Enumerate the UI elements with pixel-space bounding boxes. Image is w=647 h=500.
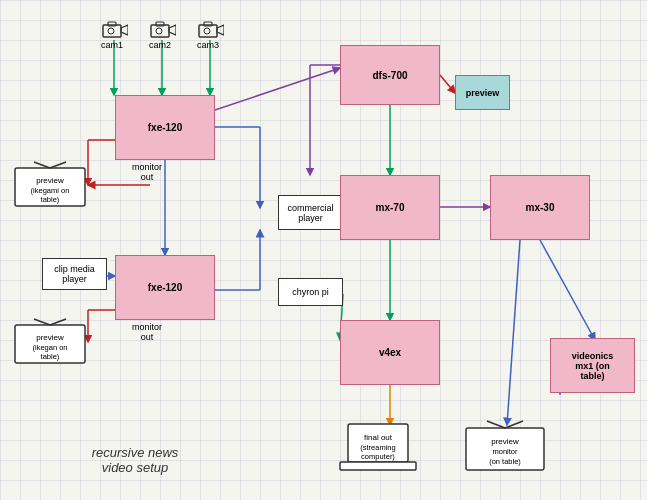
svg-text:final out: final out bbox=[364, 433, 393, 442]
svg-line-41 bbox=[34, 162, 50, 168]
preview-monitor-tv: preview monitor (on table) bbox=[465, 418, 545, 475]
arrows-svg bbox=[0, 0, 647, 500]
svg-rect-28 bbox=[103, 25, 121, 37]
svg-rect-53 bbox=[340, 462, 416, 470]
svg-line-22 bbox=[507, 240, 520, 425]
svg-text:(streaming: (streaming bbox=[360, 443, 395, 452]
svg-marker-30 bbox=[121, 25, 128, 35]
preview-bot-tv: preview (ikegan on table) bbox=[14, 315, 86, 369]
svg-text:(ikegan on: (ikegan on bbox=[32, 343, 67, 352]
mx30-box: mx-30 bbox=[490, 175, 590, 240]
svg-point-39 bbox=[204, 28, 210, 34]
cam3-icon bbox=[196, 18, 224, 40]
v4ex-box: v4ex bbox=[340, 320, 440, 385]
diagram-container: cam1 cam2 cam3 fxe-120 monitorout fxe-12… bbox=[0, 0, 647, 500]
svg-point-35 bbox=[156, 28, 162, 34]
dfs700-box: dfs-700 bbox=[340, 45, 440, 105]
svg-point-31 bbox=[108, 28, 114, 34]
svg-text:(ikegami on: (ikegami on bbox=[31, 186, 70, 195]
svg-text:preview: preview bbox=[36, 176, 64, 185]
diagram-title: recursive newsvideo setup bbox=[60, 445, 210, 475]
clip-media-player-box: clip mediaplayer bbox=[42, 258, 107, 290]
fxe120-bot-box: fxe-120 bbox=[115, 255, 215, 320]
preview-top-tv: preview (ikegami on table) bbox=[14, 158, 86, 212]
svg-line-21 bbox=[540, 240, 595, 340]
cam3-label: cam3 bbox=[197, 40, 219, 50]
svg-line-42 bbox=[50, 162, 66, 168]
svg-line-59 bbox=[505, 421, 523, 428]
svg-text:preview: preview bbox=[36, 333, 64, 342]
monitor-out-top-label: monitorout bbox=[132, 162, 162, 182]
cam2-label: cam2 bbox=[149, 40, 171, 50]
svg-line-48 bbox=[50, 319, 66, 325]
final-out-laptop: final out (streaming computer) bbox=[338, 422, 418, 479]
svg-text:computer): computer) bbox=[361, 452, 395, 461]
chyron-pi-box: chyron pi bbox=[278, 278, 343, 306]
cam1-icon bbox=[100, 18, 128, 40]
svg-rect-36 bbox=[199, 25, 217, 37]
svg-line-47 bbox=[34, 319, 50, 325]
fxe120-top-box: fxe-120 bbox=[115, 95, 215, 160]
videonics-box: videonicsmx1 (ontable) bbox=[550, 338, 635, 393]
mx70-box: mx-70 bbox=[340, 175, 440, 240]
svg-marker-34 bbox=[169, 25, 176, 35]
cam1-label: cam1 bbox=[101, 40, 123, 50]
svg-marker-38 bbox=[217, 25, 224, 35]
commercial-player-box: commercialplayer bbox=[278, 195, 343, 230]
cam2-icon bbox=[148, 18, 176, 40]
svg-text:monitor: monitor bbox=[492, 447, 518, 456]
svg-line-26 bbox=[215, 68, 340, 110]
svg-line-15 bbox=[440, 75, 455, 93]
monitor-out-bot-label: monitorout bbox=[132, 322, 162, 342]
preview-small-box: preview bbox=[455, 75, 510, 110]
svg-text:preview: preview bbox=[491, 437, 519, 446]
svg-rect-32 bbox=[151, 25, 169, 37]
svg-text:table): table) bbox=[41, 195, 60, 204]
svg-text:(on table): (on table) bbox=[489, 457, 521, 466]
svg-text:table): table) bbox=[41, 352, 60, 361]
svg-line-58 bbox=[487, 421, 505, 428]
